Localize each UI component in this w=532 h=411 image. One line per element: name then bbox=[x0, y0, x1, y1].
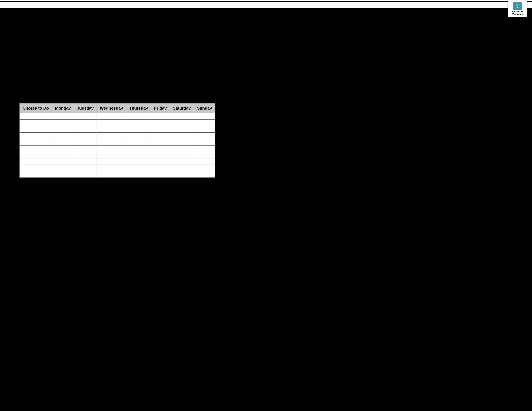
sunday-header: Sunday bbox=[194, 103, 215, 113]
cell-row4-col2 bbox=[74, 139, 97, 145]
cell-row8-col0 bbox=[19, 165, 52, 171]
svg-rect-5 bbox=[517, 7, 518, 8]
cell-row3-col3 bbox=[97, 132, 126, 139]
friday-header: Friday bbox=[151, 103, 170, 113]
table-row bbox=[19, 145, 215, 152]
monday-header: Monday bbox=[52, 103, 74, 113]
chores-table: Chores to Do Monday Tuesday Wednesday Th… bbox=[19, 103, 215, 178]
cell-row9-col6 bbox=[170, 171, 194, 177]
cell-row5-col1 bbox=[52, 145, 74, 152]
cell-row3-col6 bbox=[170, 132, 194, 139]
cell-row7-col3 bbox=[97, 158, 126, 165]
cell-row5-col2 bbox=[74, 145, 97, 152]
brand-subtitle: Templates bbox=[512, 13, 522, 16]
cell-row7-col0 bbox=[19, 158, 52, 165]
cell-row5-col7 bbox=[194, 145, 215, 152]
cell-row2-col7 bbox=[194, 126, 215, 132]
cell-row6-col2 bbox=[74, 152, 97, 158]
cell-row9-col4 bbox=[126, 171, 151, 177]
cell-row4-col7 bbox=[194, 139, 215, 145]
table-row bbox=[19, 132, 215, 139]
table-header-row: Chores to Do Monday Tuesday Wednesday Th… bbox=[19, 103, 215, 113]
cell-row2-col1 bbox=[52, 126, 74, 132]
svg-rect-6 bbox=[516, 8, 519, 8]
cell-row2-col0 bbox=[19, 126, 52, 132]
cell-row7-col4 bbox=[126, 158, 151, 165]
cell-row2-col5 bbox=[151, 126, 170, 132]
cell-row1-col2 bbox=[74, 120, 97, 126]
cell-row7-col6 bbox=[170, 158, 194, 165]
table-row bbox=[19, 139, 215, 145]
cell-row0-col4 bbox=[126, 113, 151, 120]
cell-row1-col4 bbox=[126, 120, 151, 126]
cell-row8-col5 bbox=[151, 165, 170, 171]
cell-row0-col1 bbox=[52, 113, 74, 120]
table-row bbox=[19, 158, 215, 165]
cell-row2-col3 bbox=[97, 126, 126, 132]
cell-row6-col5 bbox=[151, 152, 170, 158]
top-bar bbox=[0, 0, 532, 9]
tuesday-header: Tuesday bbox=[74, 103, 97, 113]
cell-row4-col0 bbox=[19, 139, 52, 145]
cell-row8-col3 bbox=[97, 165, 126, 171]
cell-row7-col2 bbox=[74, 158, 97, 165]
cell-row9-col1 bbox=[52, 171, 74, 177]
cell-row6-col0 bbox=[19, 152, 52, 158]
cell-row0-col2 bbox=[74, 113, 97, 120]
top-bar-inner bbox=[0, 1, 532, 9]
cell-row4-col1 bbox=[52, 139, 74, 145]
table-row bbox=[19, 126, 215, 132]
cell-row6-col4 bbox=[126, 152, 151, 158]
cell-row4-col6 bbox=[170, 139, 194, 145]
svg-rect-4 bbox=[515, 6, 519, 6]
cell-row4-col3 bbox=[97, 139, 126, 145]
cell-row0-col0 bbox=[19, 113, 52, 120]
svg-rect-2 bbox=[515, 5, 519, 5]
cell-row3-col1 bbox=[52, 132, 74, 139]
table-row bbox=[19, 120, 215, 126]
cell-row8-col2 bbox=[74, 165, 97, 171]
cell-row0-col3 bbox=[97, 113, 126, 120]
table-row bbox=[19, 113, 215, 120]
cell-row7-col7 bbox=[194, 158, 215, 165]
brand-icon bbox=[513, 2, 522, 10]
cell-row1-col6 bbox=[170, 120, 194, 126]
cell-row1-col5 bbox=[151, 120, 170, 126]
cell-row0-col5 bbox=[151, 113, 170, 120]
cell-row8-col6 bbox=[170, 165, 194, 171]
cell-row2-col4 bbox=[126, 126, 151, 132]
cell-row6-col3 bbox=[97, 152, 126, 158]
brand-badge: AllBusiness Templates bbox=[508, 1, 527, 17]
cell-row1-col0 bbox=[19, 120, 52, 126]
cell-row2-col2 bbox=[74, 126, 97, 132]
cell-row5-col4 bbox=[126, 145, 151, 152]
cell-row5-col5 bbox=[151, 145, 170, 152]
cell-row0-col7 bbox=[194, 113, 215, 120]
cell-row3-col0 bbox=[19, 132, 52, 139]
chores-column-header: Chores to Do bbox=[19, 103, 52, 113]
wednesday-header: Wednesday bbox=[97, 103, 126, 113]
cell-row9-col2 bbox=[74, 171, 97, 177]
cell-row6-col1 bbox=[52, 152, 74, 158]
cell-row8-col7 bbox=[194, 165, 215, 171]
cell-row1-col3 bbox=[97, 120, 126, 126]
cell-row7-col5 bbox=[151, 158, 170, 165]
cell-row3-col7 bbox=[194, 132, 215, 139]
table-row bbox=[19, 165, 215, 171]
saturday-header: Saturday bbox=[170, 103, 194, 113]
cell-row8-col4 bbox=[126, 165, 151, 171]
table-row bbox=[19, 171, 215, 177]
cell-row5-col0 bbox=[19, 145, 52, 152]
cell-row3-col2 bbox=[74, 132, 97, 139]
cell-row5-col6 bbox=[170, 145, 194, 152]
cell-row9-col0 bbox=[19, 171, 52, 177]
cell-row6-col7 bbox=[194, 152, 215, 158]
cell-row8-col1 bbox=[52, 165, 74, 171]
chores-table-container: Chores to Do Monday Tuesday Wednesday Th… bbox=[19, 103, 184, 178]
cell-row5-col3 bbox=[97, 145, 126, 152]
svg-rect-3 bbox=[515, 5, 518, 6]
cell-row1-col1 bbox=[52, 120, 74, 126]
cell-row6-col6 bbox=[170, 152, 194, 158]
brand-name: AllBusiness bbox=[512, 10, 523, 13]
cell-row3-col4 bbox=[126, 132, 151, 139]
